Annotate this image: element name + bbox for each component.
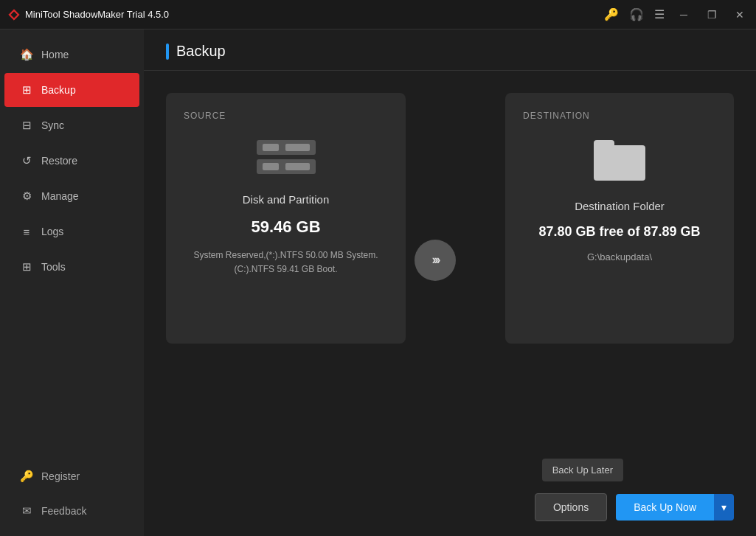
sidebar-label-tools: Tools (41, 261, 66, 273)
arrow-connector: ››› (406, 240, 465, 281)
disk-row-2 (257, 159, 316, 174)
source-card[interactable]: SOURCE Disk and Partition 59.46 GB Syste… (166, 93, 406, 344)
maximize-button[interactable]: ❐ (703, 6, 721, 24)
home-icon: 🏠 (19, 47, 34, 62)
disk-row-1 (257, 140, 316, 155)
key-icon[interactable]: 🔑 (604, 7, 619, 21)
sidebar-label-home: Home (41, 49, 69, 60)
headphone-icon[interactable]: 🎧 (629, 7, 644, 21)
main-content: Backup SOURCE Disk and Partition 59.46 G… (144, 29, 756, 536)
sidebar-item-tools[interactable]: ⊞ Tools (4, 250, 139, 284)
close-button[interactable]: ✕ (731, 6, 749, 24)
app-logo: MiniTool ShadowMaker Trial 4.5.0 (7, 8, 169, 21)
header-accent-bar (166, 43, 169, 60)
sidebar-item-backup[interactable]: ⊞ Backup (4, 73, 139, 107)
sidebar-label-backup: Backup (41, 84, 76, 96)
disk-icon-area (257, 140, 316, 174)
bottom-bar: Back Up Later Options Back Up Now ▾ (144, 493, 756, 536)
sidebar-label-register: Register (41, 470, 80, 482)
backup-later-label: Back Up Later (552, 464, 613, 476)
disk-icon (257, 140, 316, 174)
sidebar-item-manage[interactable]: ⚙ Manage (4, 179, 139, 213)
sidebar-item-restore[interactable]: ↺ Restore (4, 144, 139, 178)
app-title: MiniTool ShadowMaker Trial 4.5.0 (25, 9, 169, 20)
sidebar-item-home[interactable]: 🏠 Home (4, 38, 139, 72)
folder-icon-area (594, 140, 645, 181)
page-header: Backup (144, 29, 756, 71)
title-bar: MiniTool ShadowMaker Trial 4.5.0 🔑 🎧 ☰ ─… (0, 0, 756, 29)
arrow-icon: ››› (415, 240, 456, 281)
app-logo-icon (7, 8, 21, 21)
destination-card[interactable]: DESTINATION Destination Folder 87.80 GB … (505, 93, 734, 344)
logs-icon: ≡ (19, 224, 34, 239)
menu-icon[interactable]: ☰ (654, 7, 665, 21)
dest-label: DESTINATION (523, 111, 590, 121)
sidebar-item-feedback[interactable]: ✉ Feedback (4, 494, 139, 528)
dest-title: Destination Folder (575, 200, 665, 212)
key-nav-icon: 🔑 (19, 469, 34, 484)
sidebar-label-sync: Sync (41, 119, 64, 131)
sidebar-label-feedback: Feedback (41, 505, 86, 517)
sync-icon: ⊟ (19, 118, 34, 133)
backup-area: SOURCE Disk and Partition 59.46 GB Syste… (144, 71, 756, 493)
sidebar-item-register[interactable]: 🔑 Register (4, 459, 139, 493)
source-detail: System Reserved,(*:).NTFS 50.00 MB Syste… (193, 248, 378, 276)
sidebar-bottom: 🔑 Register ✉ Feedback (0, 459, 144, 536)
manage-icon: ⚙ (19, 189, 34, 203)
source-title: Disk and Partition (243, 193, 330, 206)
source-size: 59.46 GB (251, 217, 320, 237)
mail-icon: ✉ (19, 504, 34, 518)
sidebar-label-manage: Manage (41, 190, 79, 202)
sidebar-label-logs: Logs (41, 226, 63, 237)
backup-now-button[interactable]: Back Up Now (616, 494, 714, 521)
minimize-button[interactable]: ─ (675, 6, 693, 24)
backup-icon: ⊞ (19, 83, 34, 97)
page-title: Backup (176, 43, 226, 60)
restore-icon: ↺ (19, 153, 34, 168)
backup-now-dropdown[interactable]: ▾ (714, 494, 734, 521)
backup-later-tooltip: Back Up Later (542, 459, 623, 481)
tools-icon: ⊞ (19, 260, 34, 274)
source-label: SOURCE (184, 111, 226, 121)
sidebar-item-sync[interactable]: ⊟ Sync (4, 108, 139, 142)
dest-path: G:\backupdata\ (587, 251, 652, 262)
sidebar: 🏠 Home ⊞ Backup ⊟ Sync ↺ Restore ⚙ Manag… (0, 29, 144, 536)
window-controls: 🔑 🎧 ☰ ─ ❐ ✕ (604, 6, 749, 24)
folder-body (594, 145, 645, 181)
app-body: 🏠 Home ⊞ Backup ⊟ Sync ↺ Restore ⚙ Manag… (0, 29, 756, 536)
sidebar-item-logs[interactable]: ≡ Logs (4, 215, 139, 248)
sidebar-label-restore: Restore (41, 155, 77, 167)
options-button[interactable]: Options (535, 493, 607, 521)
dest-free: 87.80 GB free of 87.89 GB (538, 224, 700, 240)
backup-now-group: Back Up Now ▾ (616, 494, 734, 521)
folder-icon (594, 140, 645, 181)
